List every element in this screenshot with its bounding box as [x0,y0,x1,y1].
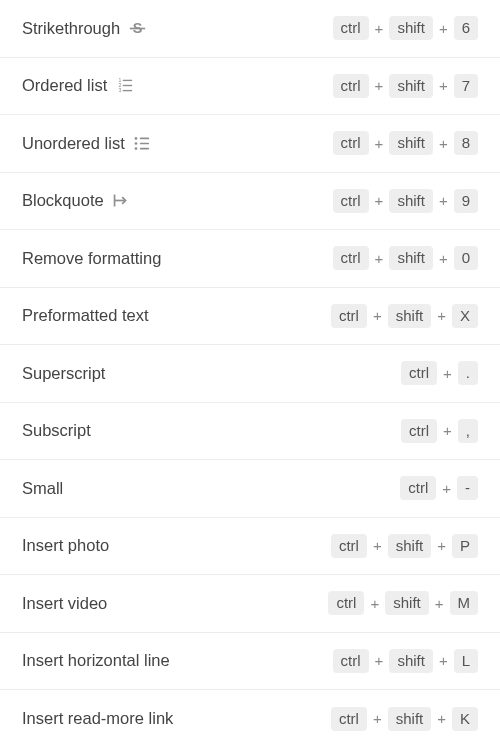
shortcut-label: Small [22,479,63,498]
kbd-key: M [450,591,479,615]
kbd-key: 0 [454,246,478,270]
shortcut-row-preformatted-text: Preformatted textctrl+shift+X [0,288,500,346]
kbd-key: ctrl [333,16,369,40]
plus-separator: + [438,250,449,267]
shortcut-keys: ctrl+shift+8 [333,131,478,155]
svg-text:3: 3 [118,88,121,94]
shortcut-row-insert-hr: Insert horizontal linectrl+shift+L [0,633,500,691]
kbd-key: shift [389,16,433,40]
unordered-list-icon [133,134,151,152]
shortcut-label: Insert read-more link [22,709,173,728]
shortcut-row-blockquote: Blockquotectrl+shift+9 [0,173,500,231]
plus-separator: + [442,365,453,382]
kbd-key: ctrl [331,304,367,328]
plus-separator: + [374,135,385,152]
shortcut-label: Remove formatting [22,249,161,268]
plus-separator: + [372,537,383,554]
shortcut-keys: ctrl+shift+L [333,649,478,673]
plus-separator: + [374,652,385,669]
plus-separator: + [438,192,449,209]
kbd-key: ctrl [333,189,369,213]
plus-separator: + [436,710,447,727]
shortcut-row-remove-formatting: Remove formattingctrl+shift+0 [0,230,500,288]
kbd-key: ctrl [401,361,437,385]
kbd-key: shift [389,131,433,155]
shortcut-keys: ctrl+shift+P [331,534,478,558]
ordered-list-icon: 123 [115,77,133,95]
shortcut-label: Superscript [22,364,105,383]
kbd-key: shift [389,74,433,98]
shortcut-label: Insert video [22,594,107,613]
plus-separator: + [438,77,449,94]
plus-separator: + [434,595,445,612]
kbd-key: , [458,419,478,443]
shortcut-row-insert-video: Insert videoctrl+shift+M [0,575,500,633]
shortcut-label-wrap: Insert read-more link [22,709,173,728]
shortcut-label-wrap: Blockquote [22,191,130,210]
shortcut-label-wrap: Remove formatting [22,249,161,268]
kbd-key: ctrl [333,74,369,98]
shortcut-keys: ctrl+shift+X [331,304,478,328]
plus-separator: + [436,307,447,324]
plus-separator: + [372,307,383,324]
kbd-key: ctrl [333,131,369,155]
kbd-key: shift [385,591,429,615]
plus-separator: + [372,710,383,727]
shortcut-label-wrap: Preformatted text [22,306,149,325]
shortcut-keys: ctrl+, [401,419,478,443]
plus-separator: + [374,77,385,94]
shortcut-label: Blockquote [22,191,104,210]
shortcut-keys: ctrl+shift+0 [333,246,478,270]
kbd-key: ctrl [333,246,369,270]
kbd-key: shift [389,189,433,213]
shortcut-keys: ctrl+. [401,361,478,385]
shortcut-row-subscript: Subscriptctrl+, [0,403,500,461]
kbd-key: X [452,304,478,328]
blockquote-icon [112,192,130,210]
shortcut-label: Subscript [22,421,91,440]
kbd-key: shift [388,304,432,328]
kbd-key: ctrl [400,476,436,500]
shortcut-row-insert-photo: Insert photoctrl+shift+P [0,518,500,576]
shortcut-label: Unordered list [22,134,125,153]
shortcut-label: Strikethrough [22,19,120,38]
shortcut-label: Preformatted text [22,306,149,325]
plus-separator: + [441,480,452,497]
plus-separator: + [374,20,385,37]
plus-separator: + [442,422,453,439]
shortcut-keys: ctrl+shift+6 [333,16,478,40]
kbd-key: shift [389,246,433,270]
kbd-key: 6 [454,16,478,40]
plus-separator: + [438,135,449,152]
shortcut-row-unordered-list: Unordered listctrl+shift+8 [0,115,500,173]
shortcut-label-wrap: Insert horizontal line [22,651,170,670]
kbd-key: ctrl [333,649,369,673]
kbd-key: shift [388,707,432,731]
shortcut-label-wrap: StrikethroughS [22,19,146,38]
shortcut-label: Insert horizontal line [22,651,170,670]
strikethrough-icon: S [128,19,146,37]
shortcut-label-wrap: Insert photo [22,536,109,555]
shortcut-label: Ordered list [22,76,107,95]
shortcut-row-ordered-list: Ordered list123ctrl+shift+7 [0,58,500,116]
svg-rect-13 [140,148,149,150]
plus-separator: + [374,192,385,209]
kbd-key: ctrl [331,707,367,731]
kbd-key: 9 [454,189,478,213]
shortcut-row-superscript: Superscriptctrl+. [0,345,500,403]
shortcut-label-wrap: Insert video [22,594,107,613]
shortcut-row-insert-readmore: Insert read-more linkctrl+shift+K [0,690,500,748]
shortcut-row-small: Smallctrl+- [0,460,500,518]
plus-separator: + [436,537,447,554]
kbd-key: . [458,361,478,385]
plus-separator: + [438,20,449,37]
kbd-key: - [457,476,478,500]
svg-point-10 [135,142,138,145]
kbd-key: K [452,707,478,731]
kbd-key: 8 [454,131,478,155]
shortcut-label-wrap: Small [22,479,63,498]
shortcut-keys: ctrl+shift+M [328,591,478,615]
shortcut-label-wrap: Unordered list [22,134,151,153]
kbd-key: P [452,534,478,558]
shortcut-label-wrap: Ordered list123 [22,76,133,95]
